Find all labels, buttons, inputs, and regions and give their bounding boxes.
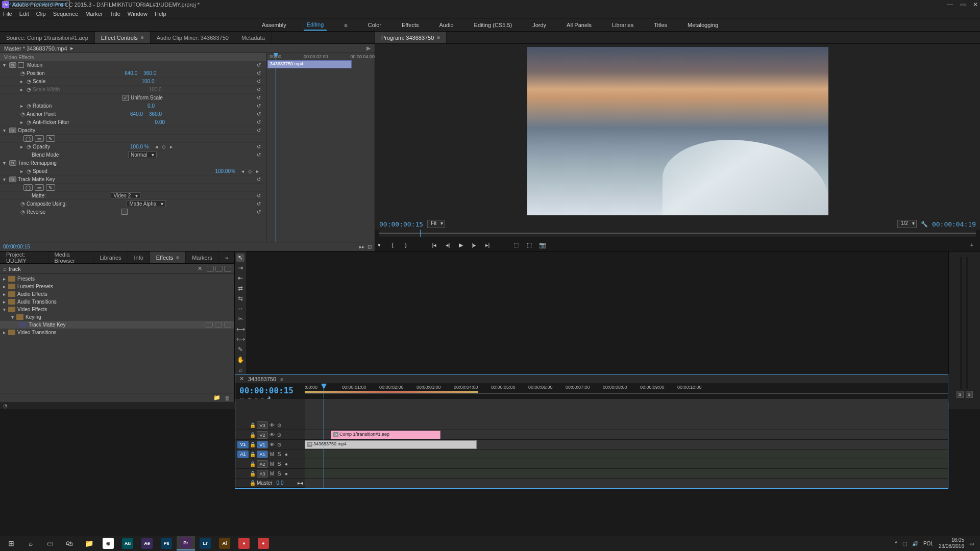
settings-icon[interactable]: 🔧 (921, 221, 928, 228)
program-tc-left[interactable]: 00:00:00:15 (379, 220, 423, 228)
program-viewer[interactable] (375, 44, 980, 218)
zoom-select[interactable]: Fit (427, 220, 445, 228)
rec-icon[interactable]: ● (283, 471, 289, 477)
sync-icon[interactable]: ⊙ (276, 422, 282, 428)
reset-icon[interactable]: ↺ (257, 111, 261, 117)
taskbar-audition[interactable]: Au (118, 536, 137, 550)
reverse-checkbox[interactable] (121, 209, 128, 215)
sync-icon[interactable]: ⊙ (276, 442, 282, 447)
lock-icon[interactable]: 🔒 (250, 432, 256, 438)
reset-icon[interactable]: ↺ (257, 201, 261, 207)
tray-clock[interactable]: 16:05 23/08/2016 (939, 537, 964, 549)
ripple-icon[interactable]: ⇄ (236, 284, 244, 292)
folder-video-transitions[interactable]: ▸Video Transitions (0, 329, 234, 336)
reset-icon[interactable]: ↺ (257, 70, 261, 76)
playhead-icon[interactable] (324, 399, 324, 488)
fx-motion[interactable]: ▾fxMotion↺ (0, 61, 266, 69)
next-kf-icon[interactable]: ▸ (170, 144, 173, 149)
solo-icon[interactable]: S (276, 452, 282, 457)
stopwatch-icon[interactable]: ◔ (20, 201, 27, 207)
track-target[interactable]: V3 (257, 421, 268, 429)
pen-icon[interactable]: ✎ (236, 345, 244, 354)
start-button[interactable]: ⊞ (2, 536, 20, 550)
tab-program[interactable]: Program: 343683750≡ (375, 32, 447, 43)
tab-project[interactable]: Project: UDEMY (0, 252, 48, 263)
ec-mini-clip[interactable]: 343683750.mp4 (267, 60, 352, 68)
reset-icon[interactable]: ↺ (257, 79, 261, 84)
tab-audio-mixer[interactable]: Audio Clip Mixer: 343683750 (151, 32, 235, 43)
reset-icon[interactable]: ↺ (257, 95, 261, 101)
panel-menu-icon[interactable]: ≡ (176, 255, 179, 260)
mask-rect-icon[interactable]: ▭ (35, 184, 44, 191)
track-target[interactable]: V1 (257, 441, 268, 448)
ec-timecode[interactable]: 00:00:00:15 (3, 244, 30, 249)
resolution-select[interactable]: 1/2 (897, 220, 917, 228)
ws-effects[interactable]: Effects (399, 20, 422, 30)
menu-clip[interactable]: Clip (36, 11, 46, 17)
mute-icon[interactable]: M (269, 461, 275, 467)
ec-mini-timeline[interactable]: :00:00 00:00:02:00 00:00:04:00 343683750… (266, 53, 375, 242)
folder-video-effects[interactable]: ▾Video Effects (0, 306, 234, 313)
fx-track-matte[interactable]: ▾fxTrack Matte Key↺ (0, 176, 266, 184)
track-select-back-icon[interactable]: ⇤ (236, 274, 244, 282)
stopwatch-icon[interactable]: ◔ (27, 119, 33, 125)
taskbar-explorer[interactable]: 📁 (80, 536, 98, 550)
close-button[interactable]: ✕ (973, 1, 978, 8)
solo-r-button[interactable]: S (966, 391, 973, 398)
track-header-a1[interactable]: A1🔒A1MS● (235, 449, 305, 459)
mask-pen-icon[interactable]: ✎ (46, 135, 55, 142)
menu-sequence[interactable]: Sequence (53, 11, 79, 17)
zoom-icon[interactable]: ⌕ (236, 366, 244, 374)
fx-opacity[interactable]: ▾fxOpacity↺ (0, 127, 266, 135)
track-target[interactable]: A3 (257, 470, 268, 478)
marker-icon[interactable]: ▾ (375, 241, 383, 249)
rotation-val[interactable]: 0.0 (148, 103, 155, 109)
solo-icon[interactable]: S (276, 461, 282, 467)
ws-editing[interactable]: Editing (304, 19, 327, 31)
play-icon[interactable]: ▶ (457, 241, 465, 249)
program-tc-right[interactable]: 00:00:04:19 (932, 220, 976, 228)
taskbar-aftereffects[interactable]: Ae (138, 536, 156, 550)
tray-chevron-icon[interactable]: ^ (895, 541, 897, 546)
tab-libraries[interactable]: Libraries (93, 252, 128, 263)
ec-clip[interactable]: 343683750 * 343683750.mp4 (4, 1, 70, 9)
track-header-a2[interactable]: 🔒A2MS● (235, 459, 305, 469)
tray-lang[interactable]: POL (923, 541, 934, 546)
timeline-timecode[interactable]: 00:00:00:15 (239, 386, 301, 395)
matte-select[interactable]: Video 2 (111, 192, 140, 199)
step-fwd-icon[interactable]: |▸ (470, 241, 478, 249)
menu-edit[interactable]: Edit (19, 11, 29, 17)
lock-icon[interactable]: 🔒 (250, 452, 256, 457)
ws-metalogging[interactable]: Metalogging (684, 20, 721, 30)
taskbar-store[interactable]: 🛍 (60, 536, 79, 550)
ec-foot-icon[interactable]: ⊡ (368, 244, 372, 249)
tab-effects[interactable]: Effects≡ (150, 252, 186, 263)
rec-icon[interactable]: ● (283, 452, 289, 457)
stopwatch-icon[interactable]: ◔ (27, 168, 33, 174)
taskbar-illustrator[interactable]: Ai (215, 536, 234, 550)
add-button-icon[interactable]: + (968, 241, 976, 249)
mask-ellipse-icon[interactable]: ◯ (23, 135, 33, 142)
ws-libraries[interactable]: Libraries (609, 20, 636, 30)
track-target[interactable]: A2 (257, 460, 268, 468)
slip-icon[interactable]: ⟷ (236, 325, 244, 333)
fx-toggle-icon[interactable]: fx (9, 62, 16, 68)
fx-toggle-icon[interactable]: fx (9, 160, 16, 166)
menu-window[interactable]: Window (128, 11, 148, 17)
reset-icon[interactable]: ↺ (257, 177, 261, 182)
folder-audio-effects[interactable]: ▸Audio Effects (0, 290, 234, 298)
collapse-icon[interactable]: ▸◂ (298, 480, 303, 486)
track-a2[interactable] (305, 459, 948, 469)
overflow-icon[interactable]: » (219, 252, 234, 263)
tray-network-icon[interactable]: ⬚ (902, 541, 907, 546)
lock-icon[interactable]: 🔒 (250, 480, 256, 486)
clip-video[interactable]: fx343683750.mp4 (305, 440, 477, 449)
sequence-name[interactable]: 343683750 (248, 376, 276, 382)
eye-icon[interactable]: 👁 (269, 422, 275, 428)
ec-master[interactable]: Master * 343683750.mp4 (4, 45, 67, 52)
ec-foot-icon[interactable]: ▸▸ (359, 244, 364, 249)
new-bin-icon[interactable]: 📁 (213, 394, 220, 401)
ws-audio[interactable]: Audio (436, 20, 456, 30)
maximize-button[interactable]: ▭ (960, 1, 966, 8)
out-icon[interactable]: } (402, 241, 410, 249)
